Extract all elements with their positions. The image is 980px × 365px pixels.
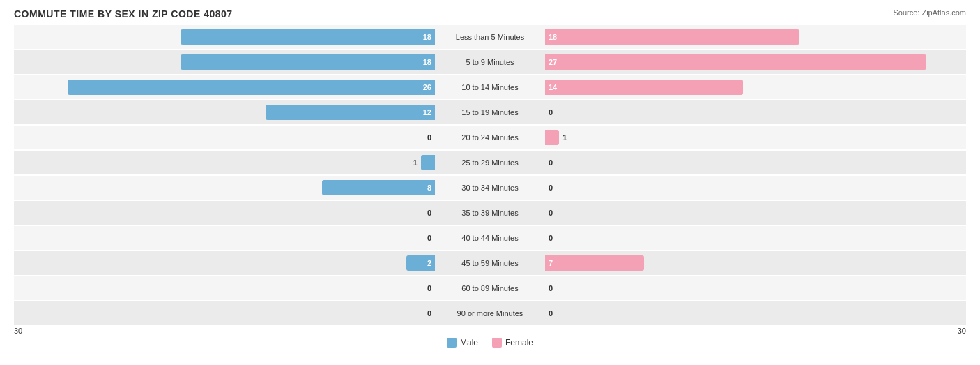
bar-male: 18: [181, 54, 435, 70]
female-value: 0: [549, 309, 553, 318]
row-label: 30 to 34 Minutes: [438, 184, 542, 192]
male-value: 0: [427, 133, 431, 142]
row-label: 20 to 24 Minutes: [438, 133, 542, 142]
right-section: 0: [542, 301, 966, 325]
chart-row: 020 to 24 Minutes1: [14, 126, 966, 149]
row-label: 60 to 89 Minutes: [438, 284, 542, 292]
bar-female: 18: [545, 29, 799, 45]
male-value: 2: [424, 259, 435, 267]
legend-male-label: Male: [460, 338, 478, 348]
male-value: 0: [427, 234, 431, 242]
left-section: 2: [14, 251, 438, 275]
female-value: 0: [549, 234, 553, 242]
female-value: 7: [545, 259, 556, 267]
row-label: Less than 5 Minutes: [438, 33, 542, 41]
source-label: Source: ZipAtlas.com: [893, 8, 966, 17]
male-value: 18: [420, 58, 435, 66]
chart-row: 1215 to 19 Minutes0: [14, 100, 966, 124]
left-section: 8: [14, 176, 438, 200]
right-section: 7: [542, 251, 966, 275]
axis-left: 30: [14, 327, 22, 335]
chart-row: 035 to 39 Minutes0: [14, 201, 966, 225]
right-section: 18: [542, 25, 966, 49]
right-section: 1: [542, 126, 966, 149]
chart-container: COMMUTE TIME BY SEX IN ZIP CODE 40807 So…: [0, 0, 980, 365]
bar-male: [421, 155, 435, 170]
male-value: 26: [420, 83, 435, 91]
right-section: 14: [542, 75, 966, 99]
chart-row: 125 to 29 Minutes0: [14, 151, 966, 174]
male-value: 0: [427, 284, 431, 292]
right-section: 0: [542, 176, 966, 200]
row-label: 10 to 14 Minutes: [438, 83, 542, 91]
chart-rows: 18Less than 5 Minutes18185 to 9 Minutes2…: [14, 25, 966, 325]
bar-male: 12: [266, 105, 435, 120]
bar-male: 26: [68, 80, 435, 95]
chart-row: 2610 to 14 Minutes14: [14, 75, 966, 99]
bar-male: 18: [181, 29, 435, 45]
left-section: 18: [14, 50, 438, 74]
legend-female-label: Female: [505, 338, 533, 348]
bar-female: 7: [545, 255, 644, 271]
chart-row: 245 to 59 Minutes7: [14, 251, 966, 275]
chart-row: 060 to 89 Minutes0: [14, 276, 966, 300]
row-label: 35 to 39 Minutes: [438, 209, 542, 217]
female-value: 0: [549, 209, 553, 217]
bar-male: 8: [322, 180, 435, 195]
male-value: 8: [424, 184, 435, 192]
legend-female: Female: [492, 338, 533, 348]
legend: Male Female: [14, 338, 966, 348]
row-label: 40 to 44 Minutes: [438, 234, 542, 242]
row-label: 90 or more Minutes: [438, 309, 542, 318]
right-section: 27: [542, 50, 966, 74]
row-label: 25 to 29 Minutes: [438, 158, 542, 167]
right-section: 0: [542, 226, 966, 250]
chart-row: 18Less than 5 Minutes18: [14, 25, 966, 49]
male-value: 12: [420, 108, 435, 117]
left-section: 0: [14, 201, 438, 225]
row-label: 45 to 59 Minutes: [438, 259, 542, 267]
female-value: 0: [549, 184, 553, 192]
male-value: 18: [420, 33, 435, 41]
right-section: 0: [542, 201, 966, 225]
left-section: 12: [14, 100, 438, 124]
left-section: 0: [14, 226, 438, 250]
left-section: 18: [14, 25, 438, 49]
left-section: 26: [14, 75, 438, 99]
female-value: 0: [549, 108, 553, 117]
legend-male: Male: [447, 338, 478, 348]
legend-male-box: [447, 338, 457, 348]
row-label: 5 to 9 Minutes: [438, 58, 542, 66]
chart-row: 830 to 34 Minutes0: [14, 176, 966, 200]
chart-row: 185 to 9 Minutes27: [14, 50, 966, 74]
legend-female-box: [492, 338, 502, 348]
female-value: 1: [562, 133, 567, 142]
female-value: 0: [549, 158, 553, 167]
female-value: 18: [545, 33, 560, 41]
female-value: 0: [549, 284, 553, 292]
male-value: 0: [427, 209, 431, 217]
left-section: 0: [14, 126, 438, 149]
female-value: 14: [545, 83, 560, 91]
bar-female: 27: [545, 54, 926, 70]
chart-row: 040 to 44 Minutes0: [14, 226, 966, 250]
male-value: 0: [427, 309, 431, 318]
right-section: 0: [542, 100, 966, 124]
left-section: 0: [14, 301, 438, 325]
left-section: 1: [14, 151, 438, 174]
right-section: 0: [542, 276, 966, 300]
bar-male: 2: [406, 255, 435, 271]
bar-female: 14: [545, 80, 743, 95]
axis-right: 30: [958, 327, 966, 335]
left-section: 0: [14, 276, 438, 300]
male-value: 1: [413, 158, 418, 167]
chart-row: 090 or more Minutes0: [14, 301, 966, 325]
bar-female: [545, 130, 559, 145]
female-value: 27: [545, 58, 560, 66]
row-label: 15 to 19 Minutes: [438, 108, 542, 117]
right-section: 0: [542, 151, 966, 174]
chart-title: COMMUTE TIME BY SEX IN ZIP CODE 40807: [14, 8, 966, 20]
